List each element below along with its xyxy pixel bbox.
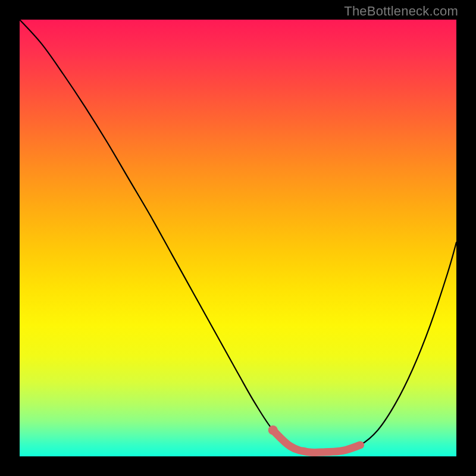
plot-area <box>20 20 456 456</box>
chart-frame: TheBottleneck.com <box>0 0 476 476</box>
optimal-start-dot <box>268 425 278 435</box>
bottleneck-curve-path <box>20 20 456 453</box>
optimal-range-highlight-path <box>273 430 361 453</box>
watermark-text: TheBottleneck.com <box>344 4 458 19</box>
curve-svg <box>20 20 456 456</box>
